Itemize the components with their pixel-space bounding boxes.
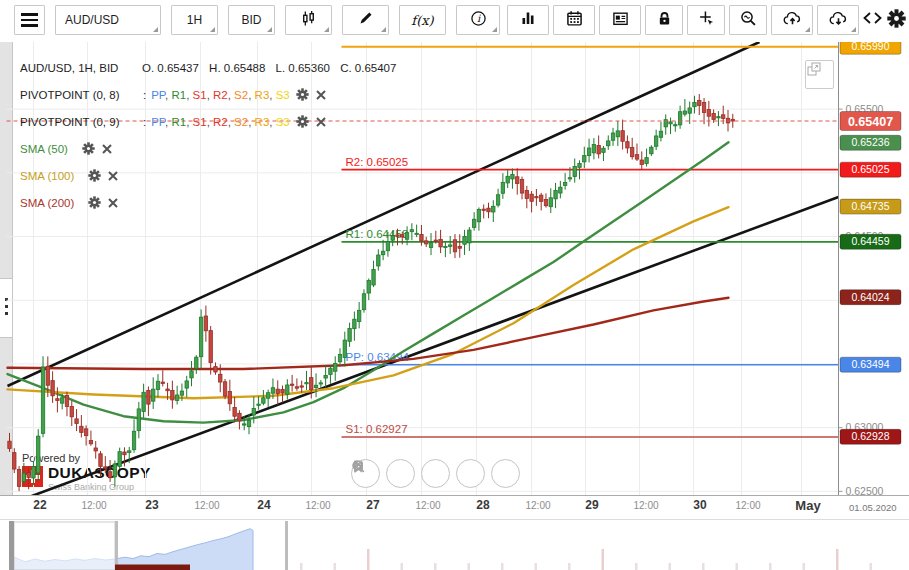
pivot-item-R3: R3 — [255, 89, 270, 101]
time-label: 27 — [351, 498, 395, 512]
replay-controls — [351, 459, 520, 488]
time-label: 12:00 — [726, 500, 770, 511]
sma-row: SMA (200) — [20, 189, 403, 216]
pencil-icon — [358, 10, 374, 30]
svg-text:i: i — [476, 13, 480, 24]
price-badge-label: 0.65407 — [848, 115, 893, 129]
pivot-item-S1: S1 — [193, 89, 207, 101]
price-badge-label: 0.65990 — [852, 42, 890, 52]
indicator-remove-button[interactable] — [107, 197, 119, 209]
time-label: 22 — [18, 498, 62, 512]
crosshair-button[interactable] — [687, 5, 725, 35]
chart-legend: AUD/USD, 1H, BID O. 0.65437 H. 0.65488 L… — [20, 54, 403, 216]
cloud-download-icon — [829, 11, 848, 30]
chevron-right-icon — [872, 11, 884, 29]
info-button[interactable]: i — [456, 5, 500, 35]
price-badge-label: 0.65025 — [852, 163, 890, 175]
scroll-left-button[interactable] — [861, 5, 872, 35]
cloud-download-button[interactable] — [817, 5, 859, 35]
gear-icon — [887, 9, 906, 32]
indicator-remove-button[interactable] — [101, 143, 113, 155]
indicator-settings-button[interactable] — [82, 142, 95, 155]
period-select[interactable]: 1H — [171, 5, 218, 35]
chart-type-button[interactable] — [285, 5, 332, 35]
indicator-name: SMA (200) — [20, 197, 74, 209]
axis-tick-label: 0.62500 — [846, 485, 884, 495]
settings-button[interactable] — [884, 5, 908, 35]
indicator-name: PIVOTPOINT (0, 9) — [20, 116, 142, 128]
gear-icon — [296, 115, 309, 128]
go-to-end-button[interactable] — [421, 459, 450, 488]
instrument-select[interactable]: AUD/USD — [55, 5, 161, 35]
calendar-icon — [566, 10, 583, 31]
pivot-items: PP, R1, S1, R2, S2, R3, S3 — [151, 116, 290, 128]
high-value: H. 0.65488 — [209, 62, 265, 74]
indicator-settings-button[interactable] — [296, 115, 309, 128]
pivot-item-R2: R2 — [213, 116, 228, 128]
indicator-remove-button[interactable] — [315, 89, 327, 101]
zoom-tool-button[interactable] — [729, 5, 767, 35]
close-icon — [315, 116, 327, 128]
indicator-settings-button[interactable] — [88, 196, 101, 209]
info-icon: i — [470, 10, 487, 31]
time-axis[interactable]: 01.05.2020 2212:002312:002412:002712:002… — [0, 495, 909, 519]
time-label: 30 — [678, 498, 722, 512]
draw-tools-button[interactable] — [342, 5, 389, 35]
indicator-settings-button[interactable] — [88, 169, 101, 182]
calendar-button[interactable] — [553, 5, 595, 35]
indicator-name: SMA (100) — [20, 170, 74, 182]
expand-icon — [806, 61, 822, 77]
pivot-items: PP, R1, S1, R2, S2, R3, S3 — [151, 89, 290, 101]
navigator-handle[interactable] — [285, 521, 288, 570]
pivot-item-R1: R1 — [171, 116, 186, 128]
ohlc-row: AUD/USD, 1H, BID O. 0.65437 H. 0.65488 L… — [20, 54, 403, 81]
time-label: 12:00 — [406, 500, 450, 511]
scroll-right-button[interactable] — [872, 5, 883, 35]
news-button[interactable] — [599, 5, 641, 35]
instrument-label: AUD/USD — [65, 13, 119, 27]
lock-button[interactable] — [645, 5, 683, 35]
trading-app: { "toolbar": { "symbol": "AUD/USD", "per… — [0, 0, 909, 570]
indicator-remove-button[interactable] — [315, 116, 327, 128]
price-badge-label: 0.62928 — [852, 430, 890, 442]
price-badge-label: 0.64459 — [852, 235, 890, 247]
navigator[interactable] — [0, 519, 909, 570]
pivot-item-S3: S3 — [276, 116, 290, 128]
time-label: 24 — [242, 498, 286, 512]
navigator-handle[interactable] — [115, 521, 118, 570]
menu-button[interactable] — [14, 5, 45, 35]
close-value: C. 0.65407 — [340, 62, 396, 74]
candlestick-icon — [300, 10, 317, 31]
time-label: 29 — [570, 498, 614, 512]
cloud-upload-button[interactable] — [771, 5, 813, 35]
time-label: 12:00 — [516, 500, 560, 511]
expand-chart-button[interactable] — [805, 60, 834, 89]
sma-row: SMA (100) — [20, 162, 403, 189]
pivot-line-label: R1: 0.64458 — [346, 228, 409, 240]
play-button[interactable] — [491, 459, 520, 488]
crosshair-icon — [698, 10, 715, 31]
indicator-settings-button[interactable] — [296, 88, 309, 101]
axis-date-label: 01.05.2020 — [849, 502, 897, 513]
functions-button[interactable]: f(x) — [399, 5, 446, 35]
pivot-item-R1: R1 — [171, 89, 186, 101]
replay-zoom-out-button[interactable] — [386, 459, 415, 488]
cloud-upload-icon — [783, 11, 802, 30]
indicator-remove-button[interactable] — [107, 170, 119, 182]
sma-row: SMA (50) — [20, 135, 403, 162]
hamburger-icon — [21, 13, 38, 27]
time-label: 12:00 — [185, 500, 229, 511]
pivot-item-S2: S2 — [234, 89, 248, 101]
side-select[interactable]: BID — [228, 5, 275, 35]
navigator-selected-bar — [115, 565, 190, 570]
volume-button[interactable] — [507, 5, 549, 35]
time-label: May — [786, 498, 830, 513]
pivot-item-S2: S2 — [234, 116, 248, 128]
time-label: 12:00 — [296, 500, 340, 511]
lock-icon — [656, 10, 673, 31]
toolbar: AUD/USD 1H BID f(x) i — [0, 0, 909, 42]
pivot-item-S1: S1 — [193, 116, 207, 128]
navigator-handle[interactable] — [9, 521, 14, 570]
pivot-item-PP: PP — [151, 116, 165, 128]
replay-zoom-in-button[interactable] — [456, 459, 485, 488]
